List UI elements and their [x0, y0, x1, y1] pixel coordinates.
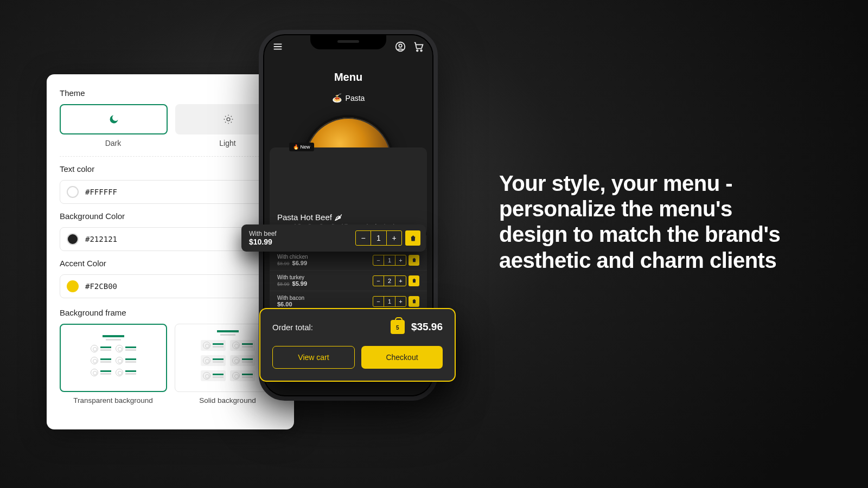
svg-point-0 [227, 118, 230, 121]
variant-name: With beef [249, 230, 277, 237]
plus-button[interactable]: + [395, 276, 406, 286]
theme-option-dark[interactable] [60, 104, 168, 134]
minus-button[interactable]: − [373, 276, 384, 286]
pasta-icon: 🍝 [332, 93, 342, 103]
plus-button[interactable]: + [386, 231, 401, 245]
cart-count-value: 5 [391, 320, 405, 334]
divider [60, 156, 281, 157]
plus-button[interactable]: + [395, 297, 406, 306]
frame-heading: Background frame [60, 308, 281, 317]
text-color-value: #FFFFFF [85, 188, 117, 196]
order-summary-card: Order total: 5 $35.96 View cart Checkout [259, 308, 456, 382]
theme-settings-panel: Theme Dark Light Text color #FFFFFF Back… [47, 74, 294, 429]
theme-option-dark-label: Dark [60, 139, 167, 147]
text-color-swatch [67, 186, 79, 198]
variant-old-price: $8.99 [277, 261, 290, 266]
sun-icon [223, 114, 234, 125]
quantity-stepper[interactable]: −1+ [373, 255, 406, 266]
theme-heading: Theme [60, 88, 281, 98]
text-color-heading: Text color [60, 164, 281, 174]
moon-icon [108, 114, 119, 125]
account-icon[interactable] [394, 41, 406, 53]
order-total-label: Order total: [272, 323, 313, 332]
variant-row: With turkey $8.99$5.99 −2+ [270, 270, 427, 291]
text-color-input[interactable]: #FFFFFF [60, 180, 281, 204]
add-to-cart-button[interactable] [409, 296, 419, 307]
frame-preview-icon [75, 335, 151, 381]
add-to-cart-button[interactable] [409, 275, 419, 286]
frame-option-solid-label: Solid background [174, 396, 281, 404]
order-total-amount: $35.96 [411, 321, 443, 333]
checkout-button[interactable]: Checkout [361, 346, 443, 369]
variant-row-featured: With beef $10.99 −1+ [241, 224, 426, 252]
minus-button[interactable]: − [373, 297, 384, 306]
quantity-value: 1 [384, 297, 395, 306]
variant-old-price: $8.99 [277, 281, 290, 287]
phone-notch [310, 34, 386, 49]
variant-price: $6.00 [277, 301, 292, 307]
view-cart-button[interactable]: View cart [272, 346, 355, 369]
dish-title: Pasta Hot Beef 🌶 [277, 213, 419, 222]
variant-row: With chicken $8.99$6.99 −1+ [270, 249, 427, 270]
quantity-value: 1 [371, 231, 386, 245]
dish-card: Pasta Hot Beef 🌶 Pappardelle, olive oil,… [270, 147, 427, 235]
category-label: Pasta [346, 94, 365, 102]
accent-color-swatch [67, 280, 79, 292]
variant-name: With turkey [277, 274, 307, 280]
bg-color-value: #212121 [85, 235, 117, 243]
new-badge: 🔥 New [289, 143, 314, 151]
cart-count-badge: 5 [391, 320, 405, 334]
quantity-stepper[interactable]: −1+ [355, 230, 402, 246]
variant-price: $6.99 [292, 260, 308, 266]
plus-button[interactable]: + [395, 255, 406, 265]
variant-price: $10.99 [249, 237, 277, 246]
quantity-stepper[interactable]: −2+ [373, 275, 406, 286]
minus-button[interactable]: − [373, 255, 384, 265]
add-to-cart-button[interactable] [405, 230, 420, 246]
cart-icon[interactable] [413, 41, 425, 53]
category-chip[interactable]: 🍝 Pasta [263, 93, 433, 103]
quantity-stepper[interactable]: −1+ [373, 296, 406, 307]
variant-name: With bacon [277, 295, 304, 301]
quantity-value: 1 [384, 255, 395, 265]
svg-point-2 [399, 44, 402, 47]
menu-title: Menu [263, 71, 433, 84]
frame-option-transparent-label: Transparent background [60, 396, 167, 404]
frame-preview-icon [190, 330, 266, 386]
quantity-value: 2 [384, 276, 395, 286]
marketing-headline: Your style, your menu - personalize the … [499, 171, 803, 273]
add-to-cart-button[interactable] [409, 255, 419, 266]
frame-option-transparent[interactable] [60, 324, 167, 392]
variant-name: With chicken [277, 254, 308, 260]
bg-color-swatch [67, 233, 79, 245]
svg-point-3 [417, 50, 418, 52]
accent-color-value: #F2CB00 [85, 282, 117, 291]
minus-button[interactable]: − [356, 231, 371, 245]
accent-color-input[interactable]: #F2CB00 [60, 274, 281, 298]
svg-point-4 [420, 50, 422, 52]
hamburger-icon[interactable] [272, 41, 284, 53]
accent-color-heading: Accent Color [60, 259, 281, 268]
bg-color-heading: Background Color [60, 211, 281, 221]
variant-price: $5.99 [292, 280, 308, 287]
